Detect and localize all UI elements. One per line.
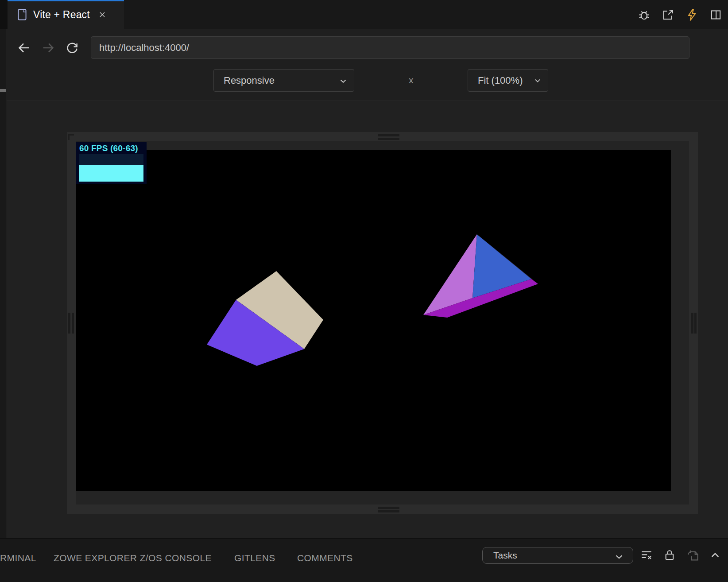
right-resize-handle[interactable]: [694, 313, 697, 334]
vscode-window: Vite + React: [0, 0, 728, 582]
panel-tab-terminal[interactable]: RMINAL: [0, 553, 36, 563]
lock-icon[interactable]: [662, 548, 677, 562]
fps-graph: [79, 154, 143, 182]
tab-vite-react[interactable]: Vite + React: [8, 0, 124, 29]
bottom-resize-handle[interactable]: [378, 507, 399, 509]
zoom-select[interactable]: Fit (100%): [468, 69, 548, 92]
top-resize-handle[interactable]: [378, 134, 399, 136]
left-resize-handle[interactable]: [72, 313, 74, 334]
open-in-editor-icon[interactable]: [686, 548, 700, 562]
fps-label: 60 FPS (60-63): [79, 144, 138, 153]
panel-tab-zowe-console[interactable]: ZOWE EXPLORER Z/OS CONSOLE: [54, 553, 212, 563]
fps-meter[interactable]: 60 FPS (60-63): [76, 142, 147, 184]
rail-scrollbar-thumb[interactable]: [0, 89, 6, 92]
tab-title: Vite + React: [33, 9, 90, 21]
lightning-icon[interactable]: [685, 8, 699, 22]
panel-tab-comments[interactable]: COMMENTS: [297, 553, 353, 563]
browser-preview-file-icon: [16, 8, 28, 21]
bottom-panel: RMINAL ZOWE EXPLORER Z/OS CONSOLE GITLEN…: [0, 539, 728, 582]
right-resize-handle[interactable]: [691, 313, 693, 334]
tasks-select-value: Tasks: [493, 550, 517, 561]
collapse-panel-icon[interactable]: [708, 548, 722, 562]
left-resize-handle[interactable]: [68, 313, 70, 334]
refresh-icon[interactable]: [65, 40, 80, 55]
clear-output-icon[interactable]: [639, 548, 654, 562]
panel-tab-gitlens[interactable]: GITLENS: [234, 553, 275, 563]
tasks-select[interactable]: Tasks: [482, 547, 633, 564]
split-editor-icon[interactable]: [709, 8, 723, 22]
chevron-down-icon: [338, 76, 349, 86]
dimension-separator: x: [409, 75, 414, 85]
fps-graph-bar: [79, 165, 143, 182]
preview-editor-area: 60 FPS (60-63): [7, 101, 728, 538]
responsive-device-frame: 60 FPS (60-63): [67, 132, 698, 514]
left-rail: [0, 29, 6, 538]
zoom-value: Fit (100%): [478, 75, 523, 86]
forward-icon[interactable]: [41, 40, 56, 55]
tab-bar-gap: [0, 0, 8, 29]
active-tab-accent: [8, 0, 124, 1]
bottom-resize-handle[interactable]: [378, 510, 399, 512]
frame-corner-mark: [68, 134, 74, 140]
open-external-icon[interactable]: [661, 8, 675, 22]
url-input[interactable]: [91, 36, 689, 59]
device-mode-value: Responsive: [224, 75, 275, 86]
chevron-down-icon: [533, 76, 542, 85]
device-mode-select[interactable]: Responsive: [213, 69, 354, 92]
device-emulation-toolbar: Responsive x Fit (100%): [0, 67, 728, 101]
close-icon[interactable]: [97, 9, 108, 20]
threejs-scene: [76, 150, 671, 491]
back-icon[interactable]: [16, 40, 31, 55]
top-resize-handle[interactable]: [378, 138, 399, 140]
threejs-canvas: [76, 150, 671, 491]
browser-nav-bar: [0, 29, 728, 67]
editor-tab-bar: Vite + React: [0, 0, 728, 29]
bug-icon[interactable]: [637, 8, 651, 22]
page-viewport: 60 FPS (60-63): [76, 141, 689, 504]
chevron-down-icon: [613, 551, 625, 563]
editor-actions: [637, 0, 723, 29]
